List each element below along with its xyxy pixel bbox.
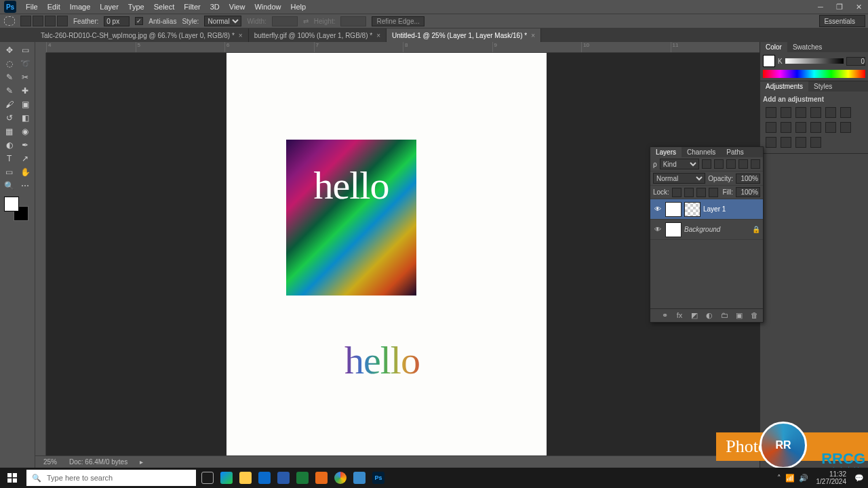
filter-adjust-icon[interactable] [714, 159, 724, 169]
menu-window[interactable]: Window [254, 3, 281, 11]
photo-filter-icon[interactable] [795, 122, 806, 133]
tab-channels[interactable]: Channels [682, 147, 721, 157]
excel-icon[interactable] [293, 468, 312, 488]
menu-view[interactable]: View [229, 3, 245, 11]
explorer-icon[interactable] [236, 468, 255, 488]
type-tool-icon[interactable]: T [1, 152, 18, 165]
layer-name[interactable]: Background [684, 226, 749, 233]
filter-smart-icon[interactable] [751, 159, 760, 169]
selective-color-icon[interactable] [810, 137, 821, 148]
visibility-icon[interactable]: 👁 [653, 226, 663, 233]
menu-image[interactable]: Image [70, 3, 91, 11]
selection-subtract-icon[interactable] [45, 16, 56, 26]
healing-tool-icon[interactable]: ✚ [18, 84, 34, 98]
color-spectrum[interactable] [763, 70, 865, 78]
history-brush-tool-icon[interactable]: ↺ [1, 111, 18, 125]
layer-style-icon[interactable]: fx [675, 311, 684, 321]
bw-icon[interactable] [781, 122, 791, 133]
zoom-level[interactable]: 25% [43, 458, 57, 466]
volume-icon[interactable]: 🔊 [799, 474, 808, 483]
exposure-icon[interactable] [810, 107, 821, 118]
k-slider[interactable] [785, 58, 844, 64]
taskbar-clock[interactable]: 11:32 1/27/2024 [812, 470, 851, 485]
brush-tool-icon[interactable]: 🖌 [1, 98, 18, 111]
notifications-icon[interactable]: 💬 [854, 474, 864, 483]
pen-tool-icon[interactable]: ✒ [18, 138, 34, 152]
adjustment-layer-icon[interactable]: ◐ [705, 311, 714, 321]
doc-size[interactable]: Doc: 66.4M/0 bytes [69, 458, 127, 466]
foreground-color[interactable] [4, 197, 19, 211]
levels-icon[interactable] [781, 107, 791, 118]
menu-3d[interactable]: 3D [210, 3, 220, 11]
tool-preset-icon[interactable] [4, 16, 15, 26]
invert-icon[interactable] [840, 122, 851, 133]
network-icon[interactable]: 📶 [785, 474, 795, 483]
tab-paths[interactable]: Paths [721, 147, 749, 157]
refine-edge-button[interactable]: Refine Edge... [372, 16, 424, 26]
opacity-input[interactable] [736, 174, 760, 184]
color-swatches[interactable] [4, 197, 28, 221]
lookup-icon[interactable] [825, 122, 836, 133]
threshold-icon[interactable] [781, 137, 791, 148]
artboard-tool-icon[interactable]: ▭ [18, 43, 34, 57]
path-tool-icon[interactable]: ↗ [18, 152, 34, 165]
task-view-icon[interactable] [198, 468, 217, 488]
taskbar-search[interactable]: 🔍 Type here to search [26, 470, 196, 486]
color-balance-icon[interactable] [766, 122, 776, 133]
posterize-icon[interactable] [766, 137, 776, 148]
new-layer-icon[interactable]: ▣ [734, 311, 744, 321]
feather-input[interactable] [104, 16, 130, 26]
lasso-tool-icon[interactable]: ➰ [18, 57, 34, 70]
tab-styles[interactable]: Styles [808, 81, 837, 92]
marquee-tool-icon[interactable]: ◌ [1, 57, 18, 70]
hand-tool-icon[interactable]: ✋ [18, 165, 34, 179]
filter-pixel-icon[interactable] [702, 159, 711, 169]
filter-shape-icon[interactable] [738, 159, 748, 169]
menu-edit[interactable]: Edit [47, 3, 60, 11]
layer-thumbnail[interactable] [665, 222, 682, 237]
menu-type[interactable]: Type [128, 3, 144, 11]
stamp-tool-icon[interactable]: ▣ [18, 98, 34, 111]
vibrance-icon[interactable] [825, 107, 836, 118]
gradient-tool-icon[interactable]: ▦ [1, 125, 18, 138]
menu-select[interactable]: Select [154, 3, 175, 11]
layer-name[interactable]: Layer 1 [703, 205, 760, 213]
tab-color[interactable]: Color [760, 42, 787, 52]
layer-mask-icon[interactable]: ◩ [690, 311, 699, 321]
minimize-button[interactable]: ─ [811, 0, 830, 14]
doc-tab-active[interactable]: Untitled-1 @ 25% (Layer 1, Layer Mask/16… [387, 28, 541, 42]
fill-input[interactable] [736, 187, 760, 197]
ruler-vertical[interactable] [35, 53, 46, 468]
close-button[interactable]: ✕ [849, 0, 868, 14]
k-input[interactable] [846, 57, 865, 66]
tab-adjustments[interactable]: Adjustments [760, 81, 808, 92]
link-layers-icon[interactable]: ⚭ [660, 311, 669, 321]
shape-tool-icon[interactable]: ▭ [1, 165, 18, 179]
menu-file[interactable]: File [26, 3, 38, 11]
channel-mixer-icon[interactable] [810, 122, 821, 133]
doc-tab[interactable]: Talc-260-RD010-C-SH_wpImog.jpg @ 66.7% (… [35, 28, 249, 42]
mail-icon[interactable] [255, 468, 274, 488]
eraser-tool-icon[interactable]: ◧ [18, 111, 34, 125]
visibility-icon[interactable]: 👁 [653, 205, 663, 213]
zoom-tool-icon[interactable]: 🔍 [1, 179, 18, 192]
word-icon[interactable] [274, 468, 293, 488]
lock-all-icon[interactable] [709, 188, 718, 197]
edit-toolbar-icon[interactable]: ⋯ [18, 179, 34, 192]
close-icon[interactable]: × [376, 32, 380, 39]
menu-filter[interactable]: Filter [184, 3, 200, 11]
menu-help[interactable]: Help [291, 3, 307, 11]
style-dropdown[interactable]: Normal [204, 16, 241, 26]
layer-row[interactable]: 👁 Background 🔒 [650, 220, 763, 240]
edge-icon[interactable] [217, 468, 236, 488]
blend-mode-dropdown[interactable]: Normal [653, 173, 705, 184]
chrome-icon[interactable] [331, 468, 350, 488]
ruler-horizontal[interactable]: 4567891011 [46, 42, 760, 53]
crop-tool-icon[interactable]: ✂ [18, 70, 34, 84]
photos-icon[interactable] [350, 468, 369, 488]
vlc-icon[interactable] [312, 468, 331, 488]
doc-tab[interactable]: butterfly.gif @ 100% (Layer 1, RGB/8) *× [249, 28, 387, 42]
menu-layer[interactable]: Layer [100, 3, 119, 11]
lock-pixels-icon[interactable] [684, 188, 694, 197]
gradient-map-icon[interactable] [795, 137, 806, 148]
